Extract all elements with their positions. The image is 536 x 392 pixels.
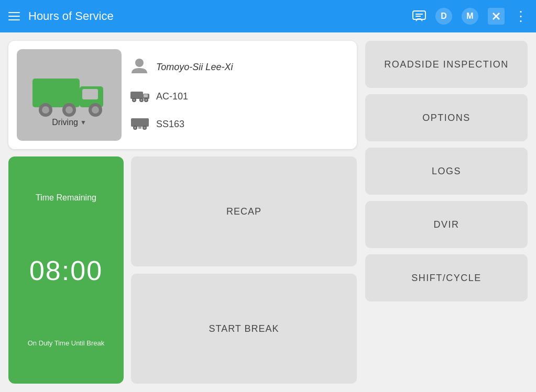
app-title: Hours of Service — [28, 9, 114, 23]
svg-point-23 — [145, 99, 147, 101]
svg-rect-5 — [32, 79, 80, 107]
time-remaining-label: Time Remaining — [36, 193, 96, 203]
vehicle-row: AC-101 — [130, 87, 348, 106]
driving-status-label: Driving — [52, 118, 78, 127]
svg-point-13 — [92, 106, 99, 114]
logs-button[interactable]: LOGS — [365, 148, 528, 195]
vehicle-id: AC-101 — [156, 91, 188, 102]
svg-rect-7 — [82, 89, 98, 99]
time-value: 08:00 — [29, 255, 103, 286]
dvir-button[interactable]: DVIR — [365, 201, 528, 248]
truck-icon-box: Driving ▼ — [17, 49, 122, 141]
d-avatar[interactable]: D — [435, 8, 452, 25]
time-remaining-card: Time Remaining 08:00 On Duty Time Until … — [8, 156, 124, 384]
bottom-row: Time Remaining 08:00 On Duty Time Until … — [8, 156, 357, 384]
truck-icon — [30, 63, 108, 118]
start-break-button[interactable]: START BREAK — [131, 274, 357, 384]
roadside-inspection-button[interactable]: ROADSIDE INSPECTION — [365, 41, 528, 88]
svg-point-14 — [135, 59, 144, 67]
options-button[interactable]: OPTIONS — [365, 94, 528, 141]
driver-info: Tomoyo-Sii Lee-Xi — [130, 57, 348, 133]
svg-point-28 — [144, 127, 146, 129]
trailer-icon — [130, 115, 149, 133]
status-selector[interactable]: Driving ▼ — [52, 118, 86, 127]
status-chevron-icon: ▼ — [80, 119, 86, 126]
action-buttons: RECAP START BREAK — [131, 156, 357, 384]
right-panel: ROADSIDE INSPECTION OPTIONS LOGS DVIR SH… — [365, 41, 528, 384]
svg-point-26 — [134, 127, 136, 129]
vehicle-icon — [130, 87, 149, 106]
svg-point-11 — [65, 106, 73, 114]
person-icon — [130, 57, 149, 78]
message-icon[interactable] — [412, 10, 426, 22]
driver-name: Tomoyo-Sii Lee-Xi — [156, 62, 233, 73]
m-avatar[interactable]: M — [462, 8, 478, 25]
trailer-row: SS163 — [130, 115, 348, 133]
svg-rect-29 — [138, 127, 141, 129]
hamburger-menu[interactable] — [8, 12, 20, 20]
svg-rect-24 — [131, 118, 149, 127]
driver-name-row: Tomoyo-Sii Lee-Xi — [130, 57, 348, 78]
svg-rect-17 — [144, 94, 148, 97]
x-button[interactable] — [488, 8, 505, 25]
driver-card: Driving ▼ Tomoyo-Sii Lee-Xi — [8, 41, 357, 149]
more-menu-icon[interactable]: ⋮ — [514, 8, 528, 25]
svg-point-21 — [140, 99, 143, 101]
svg-rect-0 — [413, 11, 425, 19]
left-panel: Driving ▼ Tomoyo-Sii Lee-Xi — [8, 41, 357, 384]
svg-point-19 — [133, 99, 135, 101]
svg-rect-15 — [130, 92, 143, 99]
recap-button[interactable]: RECAP — [131, 156, 357, 266]
trailer-id: SS163 — [156, 119, 184, 130]
shift-cycle-button[interactable]: SHIFT/CYCLE — [365, 254, 528, 301]
topbar: Hours of Service D M ⋮ — [0, 0, 536, 32]
time-subtitle: On Duty Time Until Break — [28, 339, 105, 347]
svg-point-9 — [42, 106, 49, 114]
